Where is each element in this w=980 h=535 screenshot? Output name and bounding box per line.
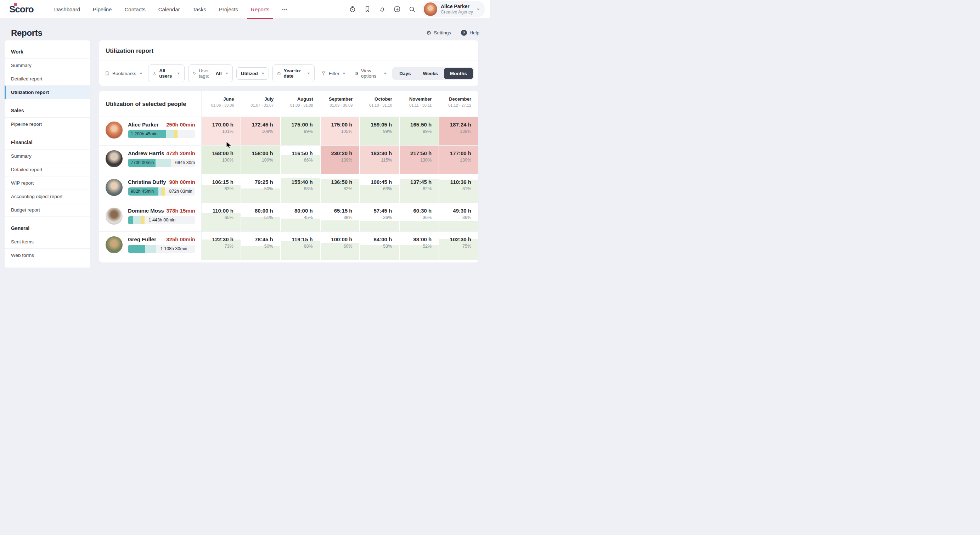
utilization-cell[interactable]: 116:50 h66% xyxy=(281,146,321,174)
utilization-cell[interactable]: 183:30 h115% xyxy=(360,146,400,174)
date-range-label: 01.11 - 30.11 xyxy=(399,103,432,107)
percent-value: 109% xyxy=(241,129,273,134)
hours-value: 116:50 h xyxy=(281,150,313,156)
utilization-cell[interactable]: 110:36 h81% xyxy=(439,174,478,203)
filter-dropdown[interactable]: Filter xyxy=(321,71,345,76)
sidebar-item-accounting-object-report[interactable]: Accounting object report xyxy=(5,189,90,203)
utilization-cell[interactable]: 158:00 h100% xyxy=(241,146,281,174)
percent-value: 45% xyxy=(281,215,313,220)
nav-item-tasks[interactable]: Tasks xyxy=(186,0,213,19)
capacity-bar: 1 108h 30min xyxy=(128,245,195,253)
period-dropdown[interactable]: Year-to-date xyxy=(272,64,315,82)
utilization-cell[interactable]: 84:00 h53% xyxy=(360,232,400,260)
avatar xyxy=(106,121,123,139)
utilization-cell[interactable]: 168:00 h100% xyxy=(202,146,241,174)
utilization-cell[interactable]: 137:45 h82% xyxy=(400,174,439,203)
utilization-cell[interactable]: 230:20 h139% xyxy=(321,146,360,174)
person-info: Greg Fuller325h 00min1 108h 30min xyxy=(128,236,195,260)
utilization-cell[interactable]: 110:00 h65% xyxy=(202,203,241,231)
utilization-cell[interactable]: 136:50 h82% xyxy=(321,174,360,203)
nav-item-contacts[interactable]: Contacts xyxy=(118,0,152,19)
scoro-logo[interactable]: Scoro xyxy=(9,4,36,15)
utilization-cell[interactable]: 49:30 h36% xyxy=(439,203,478,231)
utilization-cell[interactable]: 88:00 h52% xyxy=(400,232,439,260)
nav-more-button[interactable]: ••• xyxy=(276,0,295,19)
search-icon[interactable] xyxy=(409,6,415,13)
nav-item-projects[interactable]: Projects xyxy=(213,0,245,19)
nav-item-calendar[interactable]: Calendar xyxy=(152,0,186,19)
toggle-weeks[interactable]: Weeks xyxy=(417,68,444,79)
utilization-cell[interactable]: 175:00 h105% xyxy=(321,117,360,145)
utilization-cell[interactable]: 60:30 h36% xyxy=(400,203,439,231)
person-info: Andrew Harris472h 20min770h 00min694h 30… xyxy=(128,150,195,174)
settings-button[interactable]: ⚙ Settings xyxy=(426,30,451,36)
bar-segment-lt xyxy=(133,216,141,224)
toggle-days[interactable]: Days xyxy=(393,68,417,79)
sidebar-item-wip-report[interactable]: WIP report xyxy=(5,176,90,189)
utilization-cell[interactable]: 79:25 h50% xyxy=(241,174,281,203)
sidebar-item-summary[interactable]: Summary xyxy=(5,149,90,162)
calendar-icon xyxy=(277,71,281,76)
bar-after-label: 694h 30min xyxy=(175,159,195,167)
utilization-cell[interactable]: 175:00 h99% xyxy=(281,117,321,145)
timer-icon[interactable] xyxy=(349,6,356,13)
cell-content: 230:20 h139% xyxy=(321,146,360,162)
utilization-cell[interactable]: 119:15 h68% xyxy=(281,232,321,260)
utilization-cell[interactable]: 100:00 h60% xyxy=(321,232,360,260)
bookmarks-dropdown[interactable]: Bookmarks xyxy=(105,71,142,76)
utilization-cell[interactable]: 155:40 h88% xyxy=(281,174,321,203)
utilization-cell[interactable]: 187:24 h138% xyxy=(439,117,478,145)
utilization-cell[interactable]: 165:50 h99% xyxy=(400,117,439,145)
person-cell[interactable]: Greg Fuller325h 00min1 108h 30min xyxy=(99,232,202,260)
nav-item-reports[interactable]: Reports xyxy=(245,0,276,19)
nav-item-pipeline[interactable]: Pipeline xyxy=(86,0,118,19)
utilization-cell[interactable]: 217:50 h130% xyxy=(400,146,439,174)
sidebar-item-sent-items[interactable]: Sent items xyxy=(5,235,90,248)
percent-value: 139% xyxy=(321,158,353,162)
date-range-label: 01.12 - 27.12 xyxy=(439,103,471,107)
utilization-cell[interactable]: 177:00 h130% xyxy=(439,146,478,174)
sidebar-item-detailed-report[interactable]: Detailed report xyxy=(5,72,90,85)
person-cell[interactable]: Alice Parker250h 00min1 200h 45min xyxy=(99,117,202,145)
utilization-cell[interactable]: 172:45 h109% xyxy=(241,117,281,145)
sidebar-item-summary[interactable]: Summary xyxy=(5,59,90,72)
utilization-cell[interactable]: 80:00 h51% xyxy=(241,203,281,231)
plus-icon[interactable] xyxy=(394,6,401,13)
avatar xyxy=(106,179,123,196)
utilization-cell[interactable]: 78:45 h50% xyxy=(241,232,281,260)
utilization-cell[interactable]: 102:30 h75% xyxy=(439,232,478,260)
utilization-cell[interactable]: 106:15 h63% xyxy=(202,174,241,203)
percent-value: 99% xyxy=(400,129,431,134)
sidebar-item-utilization-report[interactable]: Utilization report xyxy=(5,85,90,99)
sidebar-item-budget-report[interactable]: Budget report xyxy=(5,203,90,217)
sidebar-item-pipeline-report[interactable]: Pipeline report xyxy=(5,117,90,131)
utilization-cell[interactable]: 57:45 h36% xyxy=(360,203,400,231)
percent-value: 130% xyxy=(439,158,471,162)
utilization-cell[interactable]: 159:05 h99% xyxy=(360,117,400,145)
utilization-cell[interactable]: 100:45 h63% xyxy=(360,174,400,203)
month-label: November xyxy=(399,96,432,102)
help-button[interactable]: ? Help xyxy=(461,30,479,36)
view-options-dropdown[interactable]: View options xyxy=(355,68,387,79)
cell-content: 177:00 h130% xyxy=(439,146,478,162)
nav-item-dashboard[interactable]: Dashboard xyxy=(48,0,86,19)
utilized-dropdown[interactable]: Utilized xyxy=(236,67,269,80)
toggle-months[interactable]: Months xyxy=(444,68,473,79)
person-cell[interactable]: Dominic Moss378h 15min1 443h 00min xyxy=(99,203,202,231)
person-cell[interactable]: Christina Duffy90h 00min982h 45min872h 0… xyxy=(99,174,202,203)
utilization-cell[interactable]: 170:00 h101% xyxy=(202,117,241,145)
percent-value: 138% xyxy=(439,129,471,134)
account-menu[interactable]: Alice Parker Creative Agency xyxy=(422,1,485,18)
sidebar-item-web-forms[interactable]: Web forms xyxy=(5,248,90,262)
sidebar-item-detailed-report[interactable]: Detailed report xyxy=(5,162,90,176)
utilization-cell[interactable]: 122:30 h73% xyxy=(202,232,241,260)
bookmark-icon[interactable] xyxy=(364,6,371,13)
users-filter-dropdown[interactable]: All users xyxy=(148,64,185,82)
caret-down-icon xyxy=(177,73,180,75)
hours-value: 80:00 h xyxy=(281,208,313,213)
person-cell[interactable]: Andrew Harris472h 20min770h 00min694h 30… xyxy=(99,146,202,174)
bell-icon[interactable] xyxy=(379,6,386,13)
user-tags-dropdown[interactable]: User tags: All xyxy=(188,64,233,82)
utilization-cell[interactable]: 80:00 h45% xyxy=(281,203,321,231)
utilization-cell[interactable]: 65:15 h39% xyxy=(321,203,360,231)
